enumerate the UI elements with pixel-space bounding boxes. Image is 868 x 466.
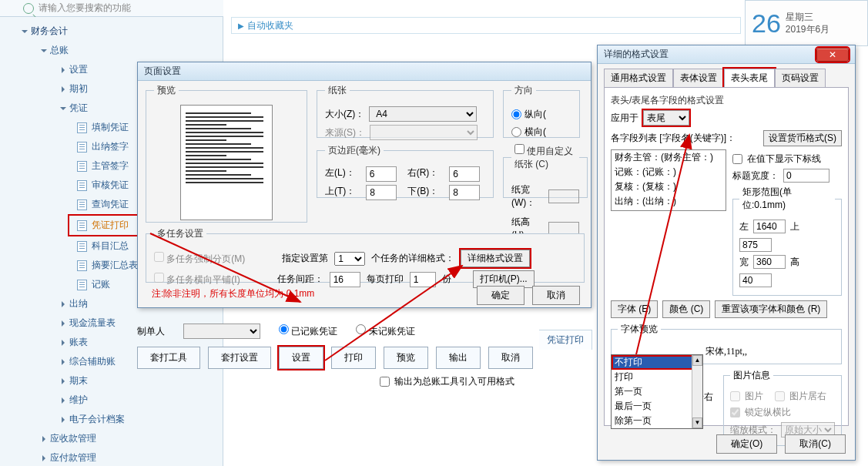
tab-header-footer[interactable]: 表头表尾	[724, 69, 775, 87]
nav-caiwu[interactable]: 财务会计	[0, 22, 223, 41]
multitask-group: 多任务设置 多任务强制分页(M) 指定设置第 1 个任务的详细格式： 详细格式设…	[146, 227, 585, 283]
rect-width[interactable]	[753, 255, 786, 269]
reset-font-button[interactable]: 重置该项字体和颜色 (R)	[715, 300, 827, 318]
btn-taoda-tool[interactable]: 套打工具	[137, 347, 200, 369]
unposted-radio[interactable]: 未记账凭证	[356, 324, 414, 338]
tab-body[interactable]: 表体设置	[673, 69, 724, 87]
page-setup-ok[interactable]: 确定	[477, 286, 524, 305]
btn-cancel[interactable]: 取消	[488, 347, 533, 369]
btn-export[interactable]: 输出	[436, 347, 481, 369]
preview-sheet	[180, 105, 273, 220]
paper-width	[548, 189, 579, 203]
color-button[interactable]: 颜色 (C)	[662, 300, 710, 318]
fields-listbox[interactable]: 财务主管：(财务主管：) 记账：(记账：) 复核：(复核：) 出纳：(出纳：) …	[611, 149, 726, 211]
auto-favorites-bar[interactable]: ▶自动收藏夹	[231, 17, 741, 34]
landscape-radio[interactable]: 横向(	[511, 126, 571, 139]
custom-paper-group: 使用自定义纸张 (C) 纸宽(W)： 纸高(H)：	[503, 144, 588, 198]
search-icon	[23, 3, 34, 14]
margin-bottom[interactable]	[449, 185, 480, 200]
btn-taoda-set[interactable]: 套打设置	[208, 347, 271, 369]
nav-yingshou[interactable]: 应收款管理	[0, 429, 223, 448]
fields-label: 各字段列表 [字段名(关键字)]：	[611, 132, 736, 145]
margin-group: 页边距(毫米) 左(L)： 右(R)： 上(T)： 下(B)：	[317, 144, 494, 198]
date-ym: 2019年6月	[786, 23, 829, 35]
detail-format-button[interactable]: 详细格式设置	[461, 250, 530, 267]
maker-label: 制单人	[137, 325, 165, 338]
page-setup-title: 页面设置	[138, 62, 591, 81]
nav-zongzhang[interactable]: 总账	[0, 41, 223, 60]
font-button[interactable]: 字体 (E)	[611, 300, 658, 318]
detail-dialog-title: 详细的格式设置	[604, 48, 669, 61]
task-interval[interactable]	[330, 272, 360, 287]
lock-ratio-check[interactable]: 锁定纵横比	[730, 406, 835, 419]
voucher-print-tab[interactable]: 凭证打印	[539, 330, 592, 350]
rect-height[interactable]	[739, 273, 772, 287]
date-day: 26	[752, 8, 781, 39]
detail-format-dialog: 详细的格式设置 ✕ 通用格式设置 表体设置 表头表尾 页码设置 表头/表尾各字段…	[597, 45, 856, 461]
rect-group: 矩形范围(单位:0.1mm) 左 上 宽 高	[732, 186, 842, 296]
scroll-up-icon[interactable]: ▲	[692, 355, 702, 366]
nav-dianzikd[interactable]: 电子会计档案	[0, 410, 223, 429]
apply-to-select[interactable]: 表尾	[643, 110, 689, 126]
task-number-select[interactable]: 1	[334, 252, 365, 266]
dd-opt-last[interactable]: 最后一页	[612, 399, 702, 414]
export-format-check[interactable]	[380, 377, 390, 387]
scroll-down-icon[interactable]: ▼	[692, 417, 702, 428]
portrait-radio[interactable]: 纵向(	[511, 108, 571, 121]
force-page-check[interactable]: 多任务强制分页(M)	[154, 252, 245, 266]
detail-ok-button[interactable]: 确定(O)	[716, 434, 777, 454]
page-setup-cancel[interactable]: 取消	[532, 286, 580, 305]
margin-right[interactable]	[449, 166, 480, 182]
currency-format-button[interactable]: 设置货币格式(S)	[763, 130, 842, 146]
btn-print[interactable]: 打印	[331, 347, 376, 369]
date-widget: 26 星期三 2019年6月	[745, 0, 868, 46]
dropdown-scrollbar[interactable]: ▲ ▼	[692, 355, 702, 428]
posted-radio[interactable]: 已记账凭证	[279, 324, 337, 338]
detail-cancel-button[interactable]: 取消(C)	[785, 434, 846, 454]
margin-top[interactable]	[366, 185, 397, 200]
title-width-input[interactable]	[783, 169, 829, 183]
horiz-tile-check[interactable]: 多任务横向平铺(I)	[154, 273, 240, 287]
dd-opt-print[interactable]: 打印	[612, 370, 702, 384]
paper-size-select[interactable]: A4	[369, 106, 477, 122]
dd-opt-noprint[interactable]: 不打印	[612, 355, 702, 370]
list-item[interactable]: 记账：(记账：)	[612, 165, 726, 179]
tab-pageno[interactable]: 页码设置	[775, 69, 826, 87]
list-item[interactable]: 制单：(制单：)	[612, 209, 726, 211]
per-page[interactable]	[410, 272, 436, 287]
btn-settings[interactable]: 设置	[279, 347, 323, 369]
is-picture-check[interactable]: 图片 图片居右	[730, 390, 835, 403]
paper-group: 纸张 大小(Z)： A4 来源(S)：	[317, 84, 494, 138]
orientation-group: 方向 纵向( 横向(	[503, 84, 580, 138]
section-heading: 表头/表尾各字段的格式设置	[611, 94, 842, 107]
btn-preview[interactable]: 预览	[384, 347, 428, 369]
custom-paper-check[interactable]	[514, 144, 524, 154]
nav-yingfu[interactable]: 应付款管理	[0, 448, 223, 466]
page-setup-dialog: 页面设置 预览 纸张 大小(Z)： A4 来源(S)： 页边距(毫米) 左(L)…	[137, 62, 592, 308]
paper-source-select	[370, 125, 478, 140]
rect-top[interactable]	[739, 238, 772, 252]
date-weekday: 星期三	[786, 11, 829, 23]
list-item[interactable]: 财务主管：(财务主管：)	[612, 150, 726, 165]
preview-group: 预览	[146, 84, 307, 223]
maker-select[interactable]	[183, 324, 260, 339]
nav-weihu[interactable]: 维护	[0, 391, 223, 410]
voucher-print-bar: 制单人 已记账凭证 未记账凭证 套打工具 套打设置 设置 打印 预览 输出 取消…	[137, 324, 592, 388]
dd-opt-except-first[interactable]: 除第一页	[612, 414, 702, 428]
unit-note: 注:除非注明，所有长度单位均为 0.1mm	[152, 287, 314, 300]
margin-left[interactable]	[366, 166, 397, 182]
tab-general[interactable]: 通用格式设置	[604, 69, 673, 87]
dd-opt-first[interactable]: 第一页	[612, 384, 702, 399]
search-placeholder: 请输入您要搜索的功能	[39, 2, 131, 15]
list-item[interactable]: 出纳：(出纳：)	[612, 194, 726, 209]
close-button[interactable]: ✕	[816, 48, 849, 62]
list-item[interactable]: 复核：(复核：)	[612, 179, 726, 194]
export-format-label: 输出为总账工具引入可用格式	[394, 375, 514, 388]
print-mode-dropdown[interactable]: 不打印 打印 第一页 最后一页 除第一页 ▲ ▼	[611, 354, 703, 429]
chevron-right-icon: ▶	[238, 22, 244, 30]
underline-check[interactable]: 在值下显示下标线	[732, 153, 842, 166]
rect-left[interactable]	[753, 220, 786, 233]
